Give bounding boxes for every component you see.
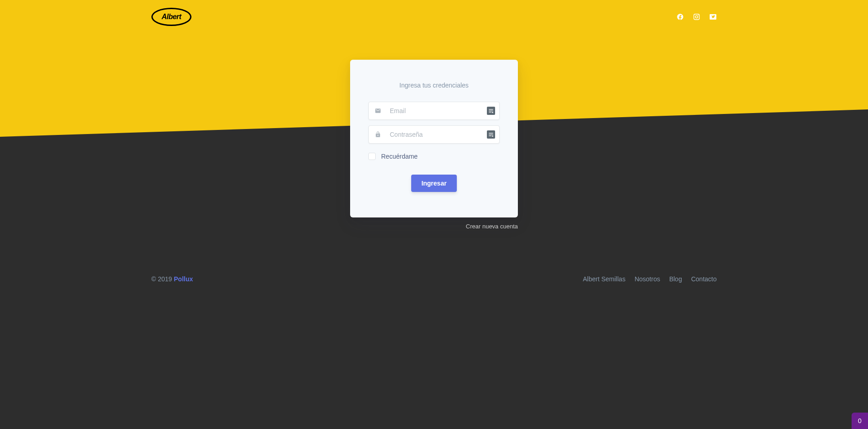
remember-me-row: Recuérdame	[368, 153, 500, 160]
create-account-link[interactable]: Crear nueva cuenta	[466, 223, 518, 230]
email-input[interactable]	[387, 102, 483, 119]
footer-copyright: © 2019 Pollux	[151, 275, 193, 283]
password-input[interactable]	[387, 126, 483, 143]
email-icon	[369, 108, 387, 114]
email-input-group	[368, 102, 500, 120]
footer-nav: Albert Semillas Nosotros Blog Contacto	[583, 275, 717, 283]
facebook-icon[interactable]	[677, 13, 684, 21]
footer-link-contacto[interactable]: Contacto	[691, 275, 717, 283]
login-card: Ingresa tus credenciales	[350, 60, 518, 217]
instagram-icon[interactable]	[693, 13, 700, 21]
copyright-text: © 2019	[151, 275, 174, 283]
remember-me-checkbox[interactable]	[368, 153, 376, 160]
email-autofill-badge[interactable]	[483, 107, 499, 115]
social-icons-group	[677, 13, 717, 21]
remember-me-label: Recuérdame	[381, 153, 418, 160]
footer: © 2019 Pollux Albert Semillas Nosotros B…	[0, 266, 868, 292]
login-button[interactable]: Ingresar	[411, 175, 456, 192]
password-autofill-badge[interactable]	[483, 130, 499, 139]
lock-icon	[369, 131, 387, 138]
footer-link-blog[interactable]: Blog	[669, 275, 682, 283]
below-card-links: Crear nueva cuenta	[350, 223, 518, 230]
main-content: Ingresa tus credenciales	[0, 33, 868, 230]
corner-badge[interactable]: 0	[852, 413, 868, 429]
footer-link-albert-semillas[interactable]: Albert Semillas	[583, 275, 625, 283]
logo-text: Albert	[151, 8, 191, 26]
password-input-group	[368, 125, 500, 144]
logo[interactable]: Albert	[151, 8, 191, 26]
footer-link-nosotros[interactable]: Nosotros	[635, 275, 660, 283]
twitter-icon[interactable]	[709, 13, 717, 21]
login-title: Ingresa tus credenciales	[368, 82, 500, 89]
header: Albert	[0, 0, 868, 33]
footer-brand-link[interactable]: Pollux	[174, 275, 193, 283]
